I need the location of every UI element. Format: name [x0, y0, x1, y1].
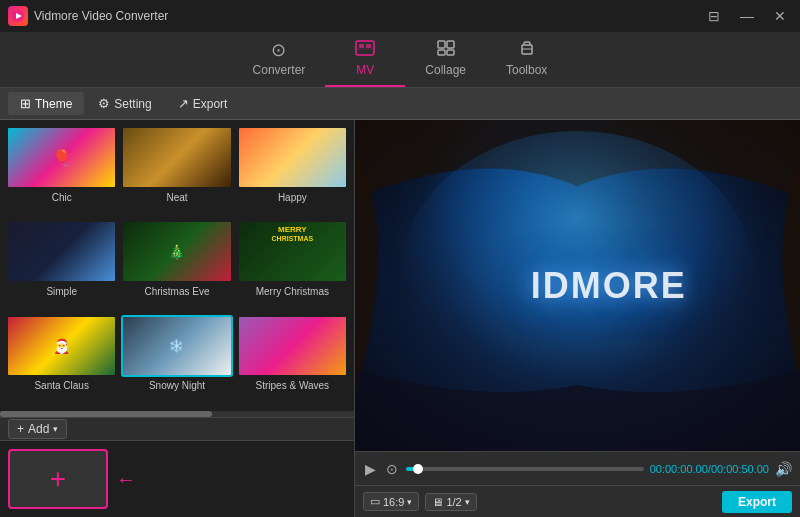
svg-rect-7 [447, 41, 454, 48]
ratio-value: 16:9 [383, 496, 404, 508]
preview-controls: ▶ ⊙ 00:00:00.00/00:00:50.00 🔊 [355, 451, 800, 485]
clip-area: + ← [0, 441, 354, 517]
theme-stripes-waves[interactable]: Stripes & Waves [237, 315, 348, 405]
right-panel: IDMORE ▶ ⊙ 00:00:00.00/00:00:50.00 🔊 ▭ 1… [355, 120, 800, 517]
app-title: Vidmore Video Converter [34, 9, 168, 23]
add-bar: + Add ▾ [0, 418, 354, 441]
title-bar: Vidmore Video Converter ⊟ — ✕ [0, 0, 800, 32]
theme-neat[interactable]: Neat [121, 126, 232, 216]
clip-plus-icon: + [50, 463, 66, 495]
nav-collage[interactable]: Collage [405, 34, 486, 87]
theme-merry-christmas[interactable]: MERRY CHRISTMAS Merry Christmas [237, 220, 348, 310]
theme-happy[interactable]: Happy [237, 126, 348, 216]
close-button[interactable]: ✕ [768, 6, 792, 26]
bottom-panel: + Add ▾ + ← [0, 417, 354, 517]
theme-santa-claus-label: Santa Claus [34, 380, 88, 391]
play-button[interactable]: ▶ [363, 459, 378, 479]
progress-bar[interactable] [406, 467, 644, 471]
ratio-selector[interactable]: ▭ 16:9 ▾ [363, 492, 419, 511]
add-button[interactable]: + Add ▾ [8, 419, 67, 439]
svg-rect-4 [366, 44, 371, 48]
minimize-button[interactable]: ⊟ [702, 6, 726, 26]
theme-chic[interactable]: 🎈 Chic [6, 126, 117, 216]
screen-value: 1/2 [446, 496, 461, 508]
screen-chevron-icon: ▾ [465, 497, 470, 507]
nav-converter-label: Converter [253, 63, 306, 77]
subtab-export-label: Export [193, 97, 228, 111]
subtab-theme[interactable]: ⊞ Theme [8, 92, 84, 115]
nav-toolbox-label: Toolbox [506, 63, 547, 77]
theme-simple-label: Simple [46, 286, 77, 297]
theme-scrollbar[interactable] [0, 411, 354, 417]
add-label: Add [28, 422, 49, 436]
subtab-theme-label: Theme [35, 97, 72, 111]
sub-nav: ⊞ Theme ⚙ Setting ↗ Export [0, 88, 800, 120]
theme-snowy-night-label: Snowy Night [149, 380, 205, 391]
stop-button[interactable]: ⊙ [384, 459, 400, 479]
theme-christmas-eve-label: Christmas Eve [144, 286, 209, 297]
ratio-icon: ▭ [370, 495, 380, 508]
subtab-export[interactable]: ↗ Export [166, 92, 240, 115]
maximize-button[interactable]: — [734, 6, 760, 26]
svg-rect-2 [356, 41, 374, 55]
collage-icon [437, 40, 455, 59]
toolbox-icon [517, 40, 537, 59]
clip-placeholder[interactable]: + [8, 449, 108, 509]
main-content: 🎈 Chic Neat Happy [0, 120, 800, 517]
theme-grid: 🎈 Chic Neat Happy [0, 120, 354, 411]
preview-area: IDMORE [355, 120, 800, 451]
preview-bottom-left: ▭ 16:9 ▾ 🖥 1/2 ▾ [363, 492, 477, 511]
setting-tab-icon: ⚙ [98, 96, 110, 111]
theme-stripes-waves-label: Stripes & Waves [256, 380, 330, 391]
theme-santa-claus[interactable]: 🎅 Santa Claus [6, 315, 117, 405]
theme-simple[interactable]: Simple [6, 220, 117, 310]
title-bar-left: Vidmore Video Converter [8, 6, 168, 26]
svg-rect-9 [447, 50, 454, 55]
add-chevron-icon: ▾ [53, 424, 58, 434]
theme-christmas-eve[interactable]: 🎄 Christmas Eve [121, 220, 232, 310]
ratio-chevron-icon: ▾ [407, 497, 412, 507]
time-display: 00:00:00.00/00:00:50.00 [650, 463, 769, 475]
left-panel: 🎈 Chic Neat Happy [0, 120, 355, 517]
subtab-setting[interactable]: ⚙ Setting [86, 92, 163, 115]
theme-merry-christmas-label: Merry Christmas [256, 286, 329, 297]
converter-icon: ⊙ [271, 41, 286, 59]
mv-icon [355, 40, 375, 59]
nav-mv[interactable]: MV [325, 34, 405, 87]
volume-icon[interactable]: 🔊 [775, 461, 792, 477]
theme-tab-icon: ⊞ [20, 96, 31, 111]
theme-happy-label: Happy [278, 192, 307, 203]
preview-text: IDMORE [531, 265, 687, 307]
time-current: 00:00:00.00 [650, 463, 708, 475]
export-tab-icon: ↗ [178, 96, 189, 111]
nav-converter[interactable]: ⊙ Converter [233, 35, 326, 87]
preview-bottom-bar: ▭ 16:9 ▾ 🖥 1/2 ▾ Export [355, 485, 800, 517]
progress-dot [413, 464, 423, 474]
add-icon: + [17, 422, 24, 436]
app-icon [8, 6, 28, 26]
theme-scrollbar-thumb [0, 411, 212, 417]
nav-bar: ⊙ Converter MV Collage [0, 32, 800, 88]
arrow-indicator: ← [116, 468, 136, 491]
nav-mv-label: MV [356, 63, 374, 77]
theme-chic-label: Chic [52, 192, 72, 203]
svg-rect-6 [438, 41, 445, 48]
svg-rect-8 [438, 50, 445, 55]
nav-toolbox[interactable]: Toolbox [486, 34, 567, 87]
time-total: 00:00:50.00 [711, 463, 769, 475]
subtab-setting-label: Setting [114, 97, 151, 111]
theme-snowy-night[interactable]: ❄️ Snowy Night [121, 315, 232, 405]
nav-collage-label: Collage [425, 63, 466, 77]
export-button[interactable]: Export [722, 491, 792, 513]
theme-neat-label: Neat [166, 192, 187, 203]
screen-selector[interactable]: 🖥 1/2 ▾ [425, 493, 476, 511]
title-bar-controls: ⊟ — ✕ [702, 6, 792, 26]
svg-rect-3 [359, 44, 364, 48]
screen-icon: 🖥 [432, 496, 443, 508]
